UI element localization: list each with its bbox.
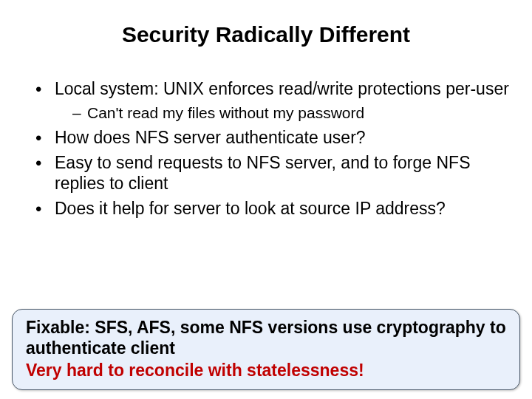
- callout-box: Fixable: SFS, AFS, some NFS versions use…: [12, 309, 520, 390]
- sub-bullet-text: Can't read my files without my password: [87, 104, 364, 121]
- callout-line-1: Fixable: SFS, AFS, some NFS versions use…: [26, 317, 506, 358]
- bullet-text: How does NFS server authenticate user?: [55, 128, 366, 147]
- slide-title: Security Radically Different: [21, 22, 511, 47]
- bullet-text: Local system: UNIX enforces read/write p…: [55, 79, 509, 98]
- list-item: Easy to send requests to NFS server, and…: [35, 152, 511, 194]
- sub-list: Can't read my files without my password: [55, 103, 511, 123]
- bullet-text: Easy to send requests to NFS server, and…: [55, 153, 471, 193]
- bullet-list: Local system: UNIX enforces read/write p…: [21, 78, 511, 219]
- sub-list-item: Can't read my files without my password: [72, 103, 511, 123]
- list-item: Does it help for server to look at sourc…: [35, 198, 511, 219]
- callout-line-2: Very hard to reconcile with statelessnes…: [26, 360, 506, 381]
- list-item: How does NFS server authenticate user?: [35, 127, 511, 148]
- bullet-text: Does it help for server to look at sourc…: [55, 199, 446, 218]
- list-item: Local system: UNIX enforces read/write p…: [35, 78, 511, 123]
